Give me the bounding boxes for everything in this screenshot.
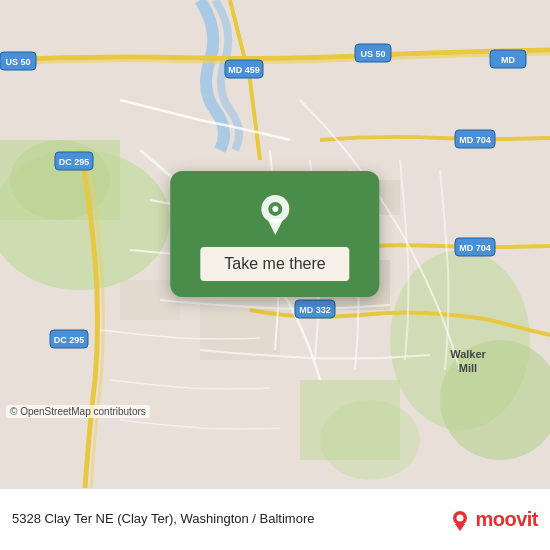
svg-rect-7 [300,380,400,460]
svg-text:MD 704: MD 704 [459,243,491,253]
svg-text:MD: MD [501,55,515,65]
take-me-there-button[interactable]: Take me there [200,247,349,281]
address-text: 5328 Clay Ter NE (Clay Ter), Washington … [12,511,441,528]
bottom-bar: 5328 Clay Ter NE (Clay Ter), Washington … [0,488,550,550]
svg-text:MD 704: MD 704 [459,135,491,145]
location-card: Take me there [170,171,379,297]
svg-text:US 50: US 50 [5,57,30,67]
svg-text:MD 332: MD 332 [299,305,331,315]
svg-text:DC 295: DC 295 [54,335,85,345]
app-container: US 50 US 50 MD 459 DC 295 DC 295 MD 704 … [0,0,550,550]
osm-attribution: © OpenStreetMap contributors [6,405,150,418]
moovit-logo: moovit [449,508,538,531]
svg-text:MD 459: MD 459 [228,65,260,75]
svg-point-35 [272,206,278,212]
svg-text:US 50: US 50 [360,49,385,59]
location-pin-icon [253,191,297,235]
moovit-pin-icon [449,509,471,531]
moovit-brand-text: moovit [475,508,538,531]
svg-text:Walker: Walker [450,348,486,360]
svg-marker-39 [455,524,465,531]
svg-text:Mill: Mill [459,362,477,374]
map-area: US 50 US 50 MD 459 DC 295 DC 295 MD 704 … [0,0,550,488]
svg-text:DC 295: DC 295 [59,157,90,167]
svg-marker-36 [267,219,283,235]
svg-point-38 [457,514,464,521]
